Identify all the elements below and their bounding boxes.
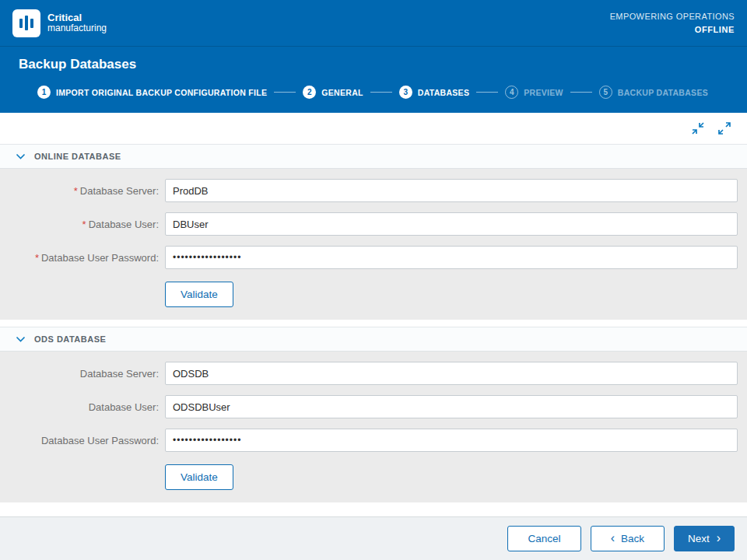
next-button-label: Next (688, 533, 710, 544)
form-row: Database User Password: (9, 429, 738, 452)
validate-row: Validate (165, 464, 738, 490)
required-asterisk: * (82, 219, 86, 230)
field-label: Database User Password: (9, 435, 159, 446)
section-header-online-database[interactable]: ONLINE DATABASE (0, 144, 747, 169)
top-header: Critical manufacturing EMPOWERING OPERAT… (0, 0, 747, 47)
required-asterisk: * (35, 252, 39, 264)
next-button[interactable]: Next › (674, 526, 735, 551)
wizard-header: Backup Databases 1 IMPORT ORIGINAL BACKU… (0, 47, 747, 113)
chevron-down-icon (16, 336, 26, 343)
panel-tools (0, 113, 747, 144)
brand-logo-icon (12, 9, 40, 37)
ods-database-user-input[interactable] (165, 395, 738, 418)
field-label: Database User: (9, 401, 159, 413)
next-chevron-icon: › (717, 532, 721, 544)
section-body-ods-database: Database Server: Database User: Database… (0, 352, 747, 502)
field-label: *Database User: (9, 219, 159, 230)
field-label: *Database User Password: (9, 252, 159, 264)
database-user-password-input[interactable] (165, 246, 738, 269)
validate-button[interactable]: Validate (165, 464, 233, 490)
step-connector (370, 92, 392, 93)
main-content: ONLINE DATABASE *Database Server: *Datab… (0, 113, 747, 502)
tagline-text: EMPOWERING OPERATIONS (610, 10, 735, 23)
brand: Critical manufacturing (12, 9, 107, 37)
offline-status-badge: OFFLINE (610, 23, 735, 37)
cancel-button-label: Cancel (528, 533, 560, 544)
step-connector (274, 92, 296, 93)
step-connector (476, 92, 498, 93)
chevron-down-icon (16, 153, 26, 160)
back-button[interactable]: ‹ Back (591, 526, 665, 551)
brand-text: Critical manufacturing (47, 12, 107, 33)
step-number-badge: 5 (599, 86, 612, 99)
wizard-step-import[interactable]: 1 IMPORT ORIGINAL BACKUP CONFIGURATION F… (37, 86, 267, 99)
wizard-step-general[interactable]: 2 GENERAL (303, 86, 363, 99)
ods-database-user-password-input[interactable] (165, 429, 738, 452)
footer-bar: Cancel ‹ Back Next › (0, 516, 747, 560)
ods-database-server-input[interactable] (165, 362, 738, 385)
form-row: *Database User: (9, 212, 738, 236)
database-server-input[interactable] (165, 179, 738, 202)
section-spacer (0, 320, 747, 327)
back-button-label: Back (621, 533, 644, 544)
form-row: *Database Server: (9, 179, 738, 202)
step-number-badge: 2 (303, 86, 316, 99)
wizard-step-backup-databases: 5 BACKUP DATABASES (599, 86, 708, 99)
wizard-steps: 1 IMPORT ORIGINAL BACKUP CONFIGURATION F… (19, 86, 728, 99)
form-row: Database User: (9, 395, 738, 418)
page-title: Backup Databases (19, 57, 728, 72)
step-number-badge: 4 (505, 86, 518, 99)
section-body-online-database: *Database Server: *Database User: *Datab… (0, 169, 747, 320)
step-number-badge: 3 (399, 86, 412, 99)
expand-all-icon[interactable] (717, 121, 731, 135)
required-asterisk: * (74, 185, 78, 197)
cancel-button[interactable]: Cancel (507, 526, 581, 551)
validate-button[interactable]: Validate (165, 282, 233, 307)
header-right: EMPOWERING OPERATIONS OFFLINE (610, 10, 735, 36)
wizard-step-databases[interactable]: 3 DATABASES (399, 86, 469, 99)
step-label: IMPORT ORIGINAL BACKUP CONFIGURATION FIL… (56, 88, 267, 97)
back-chevron-icon: ‹ (611, 532, 615, 544)
database-user-input[interactable] (165, 212, 738, 236)
brand-name-top: Critical (47, 12, 107, 23)
app-window: Critical manufacturing EMPOWERING OPERAT… (0, 0, 747, 560)
step-label: PREVIEW (524, 88, 563, 97)
form-row: Database Server: (9, 362, 738, 385)
brand-name-bottom: manufacturing (47, 23, 107, 33)
collapse-all-icon[interactable] (691, 121, 705, 135)
step-label: BACKUP DATABASES (618, 88, 708, 97)
step-connector (570, 92, 592, 93)
step-label: GENERAL (321, 88, 363, 97)
step-number-badge: 1 (37, 86, 51, 99)
validate-row: Validate (165, 282, 738, 307)
section-title: ODS DATABASE (34, 334, 106, 344)
section-header-ods-database[interactable]: ODS DATABASE (0, 327, 747, 352)
wizard-step-preview: 4 PREVIEW (505, 86, 563, 99)
form-row: *Database User Password: (9, 246, 738, 269)
field-label: Database Server: (9, 368, 159, 380)
section-title: ONLINE DATABASE (34, 152, 121, 161)
field-label: *Database Server: (9, 185, 159, 197)
step-label: DATABASES (418, 88, 469, 97)
